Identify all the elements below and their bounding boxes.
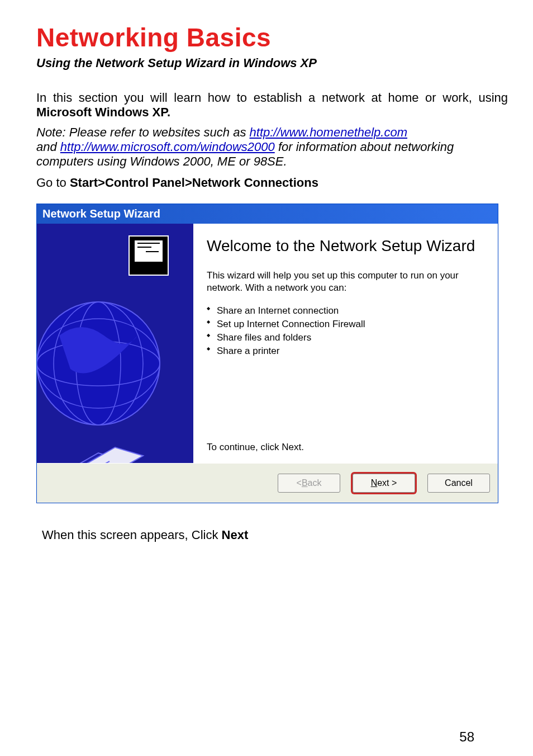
doc-subtitle: Using the Network Setup Wizard in Window… [36, 56, 508, 70]
cancel-button[interactable]: Cancel [427, 474, 490, 493]
wizard-bullet-0: Share an Internet connection [207, 304, 488, 318]
wizard-sidebar-image [37, 224, 193, 463]
back-button: < Back [278, 474, 340, 493]
wizard-continue: To continue, click Next. [207, 442, 488, 453]
next-button[interactable]: Next > [353, 474, 415, 493]
back-u: B [302, 478, 308, 488]
wizard-window: Network Setup Wizard [36, 204, 498, 503]
wizard-bullet-2: Share files and folders [207, 331, 488, 344]
wizard-bullets: Share an Internet connection Set up Inte… [207, 304, 488, 357]
note-paragraph: Note: Please refer to websites such as h… [36, 125, 508, 169]
next-rest: ext > [377, 478, 397, 488]
link-homenethelp[interactable]: http://www.homenethelp.com [250, 125, 407, 139]
doc-title: Networking Basics [36, 22, 508, 53]
next-u: N [371, 478, 378, 488]
wizard-intro: This wizard will help you set up this co… [207, 270, 488, 294]
back-prefix: < [297, 478, 302, 488]
goto-a: Go to [36, 176, 70, 190]
wizard-bullet-3: Share a printer [207, 344, 488, 358]
after-a: When this screen appears, Click [42, 528, 222, 542]
page-number: 58 [459, 729, 474, 745]
intro-text-b: Microsoft Windows XP. [36, 105, 170, 119]
note-b: and [36, 140, 60, 154]
wizard-bullet-1: Set up Internet Connection Firewall [207, 318, 488, 331]
wizard-footer: < Back Next > Cancel [37, 463, 498, 503]
after-paragraph: When this screen appears, Click Next [42, 528, 508, 542]
intro-text-a: In this section you will learn how to es… [36, 91, 508, 105]
wizard-titlebar: Network Setup Wizard [37, 204, 498, 224]
back-rest: ack [308, 478, 322, 488]
goto-b: Start>Control Panel>Network Connections [70, 176, 318, 190]
note-a: Note: Please refer to websites such as [36, 125, 250, 139]
after-b: Next [222, 528, 249, 542]
wizard-body: Welcome to the Network Setup Wizard This… [37, 224, 498, 463]
wizard-heading: Welcome to the Network Setup Wizard [207, 237, 488, 255]
link-microsoft[interactable]: http://www.microsoft.com/windows2000 [60, 140, 275, 154]
goto-line: Go to Start>Control Panel>Network Connec… [36, 176, 508, 190]
intro-paragraph: In this section you will learn how to es… [36, 91, 508, 120]
wizard-content: Welcome to the Network Setup Wizard This… [193, 224, 498, 463]
